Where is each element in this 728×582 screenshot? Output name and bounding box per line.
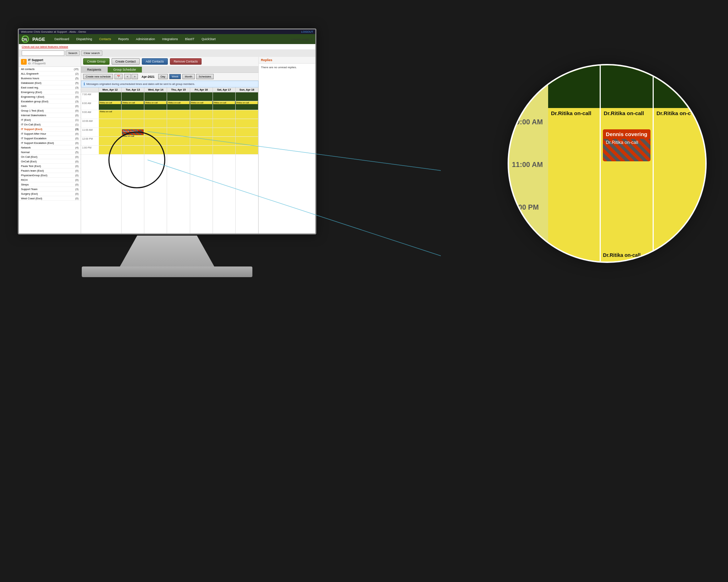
- create-schedule-button[interactable]: Create new schedule: [83, 74, 113, 79]
- slot-wed-9: [144, 110, 167, 119]
- tab-group-scheduler[interactable]: Group Scheduler: [107, 66, 142, 72]
- info-bar: ℹ Messages originated during unscheduled…: [81, 81, 258, 87]
- slot-thu-1: [167, 146, 189, 155]
- list-item[interactable]: RICH(0): [19, 178, 81, 182]
- content-area: ! IT Support ID: ITSupportS All contacts…: [19, 57, 315, 233]
- nav-quickstart[interactable]: QuickStart: [198, 36, 219, 42]
- slot-mon-9: Ritika on-call: [99, 110, 121, 119]
- zoom-time-2pm: 2:00 PM: [509, 200, 548, 243]
- add-contacts-button[interactable]: Add Contacts: [142, 58, 168, 65]
- time-1pm: 1:00 PM: [81, 146, 99, 155]
- list-item[interactable]: East coast reg.(3): [19, 85, 81, 90]
- view-month-button[interactable]: Month: [182, 74, 195, 79]
- slot-mon-7: [99, 92, 121, 101]
- create-group-button[interactable]: Create Group: [83, 58, 109, 65]
- list-item[interactable]: Group 1 Test (Escl)(0): [19, 108, 81, 113]
- list-item[interactable]: Normal(5): [19, 150, 81, 155]
- day-col-fri: Ritika on-call: [190, 92, 213, 233]
- feature-link[interactable]: Check out our latest features release: [22, 45, 68, 48]
- slot-wed-8: Ritika on-call: [144, 101, 167, 110]
- list-item[interactable]: IT On-Call (Escl)(1): [19, 122, 81, 127]
- list-item[interactable]: Internal Stakeholders(0): [19, 113, 81, 118]
- slot-wed-11: [144, 128, 167, 137]
- list-item[interactable]: Streps(0): [19, 182, 81, 187]
- list-item-active[interactable]: IT Support (Escl)(3): [19, 127, 81, 131]
- list-item[interactable]: All contacts(15): [19, 67, 81, 71]
- scheduler-toolbar: Create new schedule 📅 < > Apr-2021 Day W…: [81, 73, 258, 81]
- slot-sun-1: [236, 146, 258, 155]
- day-header-sat: Sat, Apr 17: [213, 87, 236, 92]
- dennis-label: Dennis covering: [603, 129, 650, 139]
- slot-thu-7: [167, 92, 189, 101]
- sidebar-list: All contacts(15) ALL Engineerfr(2) Busin…: [19, 67, 81, 201]
- ritika-bottom: Dr.Ritika on-call: [603, 252, 641, 258]
- day-col-sat: Ritika on-call: [213, 92, 236, 233]
- list-item[interactable]: Escalation group (Escl)(3): [19, 99, 81, 104]
- nav-reports[interactable]: Reports: [114, 36, 132, 42]
- list-item[interactable]: Network(4): [19, 145, 81, 150]
- search-button[interactable]: Search: [66, 50, 80, 56]
- view-week-button[interactable]: Week: [169, 74, 181, 79]
- create-contact-button[interactable]: Create Contact: [112, 58, 140, 65]
- list-item[interactable]: OnCall (Escl)(0): [19, 159, 81, 164]
- list-item[interactable]: Support Team(3): [19, 187, 81, 192]
- list-item[interactable]: IT Support After Hour(0): [19, 131, 81, 136]
- time-7am: 7:00 AM: [81, 92, 99, 101]
- scene: Welcome Chris Gonzalez at Support - Abdu…: [0, 0, 728, 582]
- list-item[interactable]: IT (Escl)(1): [19, 118, 81, 122]
- list-item[interactable]: On Call (Escl)(0): [19, 155, 81, 159]
- clear-search-button[interactable]: Clear search: [81, 50, 102, 56]
- list-item[interactable]: Engineering I (Escl)(0): [19, 95, 81, 99]
- search-input[interactable]: [22, 50, 64, 56]
- nav-administration[interactable]: Administration: [132, 36, 159, 42]
- group-id: ID: ITSupportS: [28, 62, 46, 65]
- calendar-icon-button[interactable]: 📅: [114, 74, 123, 79]
- group-name: IT Support: [28, 58, 46, 62]
- slot-sun-11: [236, 128, 258, 137]
- monitor-stand: [117, 236, 217, 271]
- remove-contacts-button[interactable]: Remove Contacts: [170, 58, 202, 65]
- slot-tue-1: [122, 146, 144, 155]
- nav-integrations[interactable]: Integrations: [159, 36, 181, 42]
- slot-sat-7: [213, 92, 235, 101]
- list-item[interactable]: Paula Test (Escl)(0): [19, 164, 81, 168]
- nav-contacts[interactable]: Contacts: [96, 36, 115, 42]
- calendar-grid: Mon, Apr 12 Tue, Apr 13 Wed, Apr 14 Thu,…: [81, 87, 258, 233]
- day-col-sun: Ritika on-call: [236, 92, 258, 233]
- list-item[interactable]: IT Support Escalation (Escl)(0): [19, 141, 81, 145]
- slot-fri-11: [190, 128, 213, 137]
- next-button[interactable]: >: [132, 74, 138, 79]
- list-item[interactable]: Databasee (Escl)(5): [19, 81, 81, 85]
- slot-tue-10: [122, 119, 144, 128]
- action-buttons: Create Group Create Contact Add Contacts…: [81, 57, 258, 66]
- slot-mon-12: [99, 137, 121, 146]
- list-item[interactable]: Business hours(5): [19, 76, 81, 81]
- tab-recipients[interactable]: Recipients: [81, 66, 107, 72]
- time-12pm: 12:00 PM: [81, 137, 99, 146]
- dennis-sub: Dr.Ritika on-call: [603, 139, 650, 146]
- info-message: Messages originated during unscheduled t…: [86, 82, 195, 86]
- zoom-ritika-3: Dr.Ritika on-c: [654, 108, 705, 118]
- nav-dispatching[interactable]: Dispatching: [73, 36, 95, 42]
- slot-tue-12: [122, 137, 144, 146]
- nav-dashboard[interactable]: Dashboard: [51, 36, 73, 42]
- list-item[interactable]: West Coast (Escl)(0): [19, 196, 81, 201]
- prev-button[interactable]: <: [124, 74, 130, 79]
- day-col-thu: Ritika on-call: [167, 92, 190, 233]
- list-item[interactable]: IT Support Escalation(0): [19, 136, 81, 141]
- list-item[interactable]: Surgery (Escl)(0): [19, 192, 81, 196]
- slot-tue-11: Dennis covering Ritika on-call: [122, 128, 144, 137]
- list-item[interactable]: ALL Engineerfr(2): [19, 71, 81, 76]
- view-day-button[interactable]: Day: [158, 74, 168, 79]
- list-item[interactable]: GAS(0): [19, 104, 81, 108]
- zoom-time-9: 9:00 AM: [509, 72, 548, 115]
- list-item[interactable]: Emergency (Escl)(1): [19, 90, 81, 95]
- view-schedules-button[interactable]: Schedules: [196, 74, 214, 79]
- list-item[interactable]: PhysicianGroup (Escl)(0): [19, 173, 81, 178]
- slot-sat-1: [213, 146, 235, 155]
- nav-blastit[interactable]: BlastIT: [182, 36, 198, 42]
- list-item[interactable]: Paula's team (Escl)(0): [19, 168, 81, 173]
- slot-thu-11: [167, 128, 189, 137]
- logout-link[interactable]: LOGOUT: [301, 30, 313, 33]
- slot-fri-1: [190, 146, 213, 155]
